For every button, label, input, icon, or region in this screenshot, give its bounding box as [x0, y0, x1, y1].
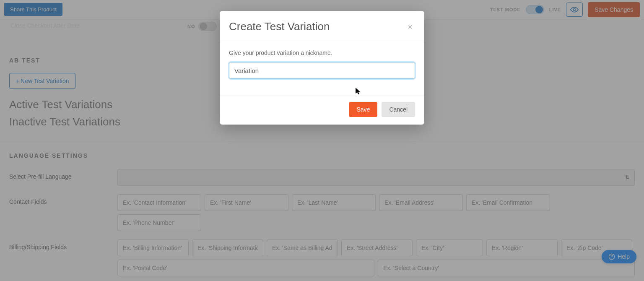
modal-title: Create Test Variation	[229, 20, 330, 33]
modal-footer: Save Cancel	[220, 96, 424, 125]
modal-body: Give your product variation a nickname.	[220, 41, 424, 96]
modal-header: Create Test Variation ×	[220, 11, 424, 41]
modal-cancel-button[interactable]: Cancel	[382, 102, 415, 117]
variation-name-input[interactable]	[229, 62, 415, 79]
close-icon: ×	[408, 22, 413, 31]
modal-overlay[interactable]: Create Test Variation × Give your produc…	[0, 0, 644, 281]
modal-close-button[interactable]: ×	[405, 21, 415, 33]
modal-save-button[interactable]: Save	[349, 102, 377, 117]
modal-description: Give your product variation a nickname.	[229, 49, 415, 56]
create-variation-modal: Create Test Variation × Give your produc…	[220, 11, 424, 125]
